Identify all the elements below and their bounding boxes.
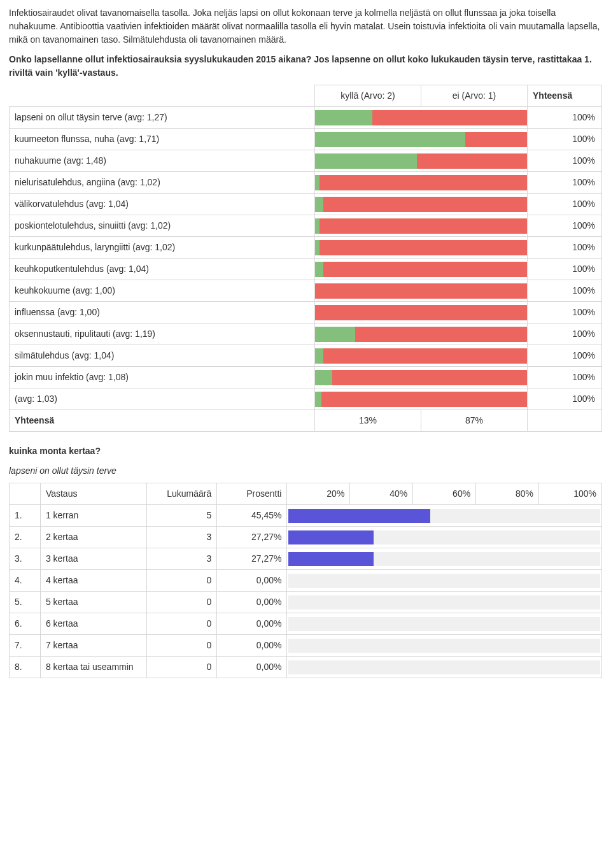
freq-count: 3 [146, 548, 216, 570]
freq-bar-cell [287, 527, 602, 548]
freq-idx: 5. [10, 592, 41, 613]
freq-answer: 3 kertaa [40, 548, 146, 570]
col-header-no: ei (Arvo: 1) [421, 85, 528, 107]
row-total: 100% [528, 324, 602, 345]
row-bar [315, 324, 528, 345]
row-label: jokin muu infektio (avg: 1,08) [10, 367, 315, 388]
row-label: kuumeeton flunssa, nuha (avg: 1,71) [10, 129, 315, 150]
freq-col-count: Lukumäärä [146, 483, 216, 505]
row-total: 100% [528, 302, 602, 324]
freq-answer: 5 kertaa [40, 592, 146, 613]
infection-table: kyllä (Arvo: 2) ei (Arvo: 1) Yhteensä la… [9, 85, 602, 432]
freq-bar-cell [287, 592, 602, 613]
row-total: 100% [528, 129, 602, 150]
row-label: keuhkokuume (avg: 1,00) [10, 280, 315, 302]
freq-tick-100: 100% [539, 483, 602, 505]
freq-bar-cell [287, 657, 602, 678]
freq-count: 0 [146, 592, 216, 613]
col-header-yes: kyllä (Arvo: 2) [315, 85, 421, 107]
frequency-table: Vastaus Lukumäärä Prosentti 20% 40% 60% … [9, 483, 602, 678]
intro-text: Infektiosairaudet olivat tavanomaisella … [9, 6, 602, 46]
table-row: jokin muu infektio (avg: 1,08)100% [10, 367, 602, 388]
table-row: kurkunpäätulehdus, laryngiitti (avg: 1,0… [10, 237, 602, 259]
row-label: nuhakuume (avg: 1,48) [10, 150, 315, 172]
freq-row: 4.4 kertaa00,00% [10, 570, 602, 592]
row-label: (avg: 1,03) [10, 388, 315, 410]
row-label: lapseni on ollut täysin terve (avg: 1,27… [10, 107, 315, 129]
sub-question-italic: lapseni on ollut täysin terve [9, 464, 602, 478]
row-bar [315, 107, 528, 129]
freq-count: 0 [146, 613, 216, 635]
row-total: 100% [528, 237, 602, 259]
totals-label: Yhteensä [10, 410, 315, 432]
freq-idx: 1. [10, 505, 41, 527]
freq-idx: 3. [10, 548, 41, 570]
freq-bar-cell [287, 635, 602, 657]
row-bar [315, 259, 528, 280]
table-row: (avg: 1,03)100% [10, 388, 602, 410]
table-row: välikorvatulehdus (avg: 1,04)100% [10, 194, 602, 215]
row-bar [315, 280, 528, 302]
freq-col-pct: Prosentti [217, 483, 287, 505]
row-bar [315, 302, 528, 324]
freq-row: 5.5 kertaa00,00% [10, 592, 602, 613]
freq-pct: 27,27% [217, 527, 287, 548]
freq-count: 0 [146, 635, 216, 657]
row-label: poskiontelotulehdus, sinuiitti (avg: 1,0… [10, 215, 315, 237]
freq-idx: 2. [10, 527, 41, 548]
freq-count: 0 [146, 570, 216, 592]
table-row: keuhkokuume (avg: 1,00)100% [10, 280, 602, 302]
freq-row: 3.3 kertaa327,27% [10, 548, 602, 570]
freq-tick-80: 80% [476, 483, 539, 505]
row-bar [315, 388, 528, 410]
sub-question: kuinka monta kertaa? [9, 445, 602, 458]
totals-yes: 13% [315, 410, 421, 432]
freq-answer: 1 kerran [40, 505, 146, 527]
totals-no: 87% [421, 410, 528, 432]
row-bar [315, 367, 528, 388]
row-total: 100% [528, 194, 602, 215]
table-row: lapseni on ollut täysin terve (avg: 1,27… [10, 107, 602, 129]
freq-row: 2.2 kertaa327,27% [10, 527, 602, 548]
row-total: 100% [528, 280, 602, 302]
row-bar [315, 345, 528, 367]
freq-pct: 0,00% [217, 613, 287, 635]
table-row: keuhkoputkentulehdus (avg: 1,04)100% [10, 259, 602, 280]
freq-count: 3 [146, 527, 216, 548]
freq-pct: 0,00% [217, 592, 287, 613]
freq-idx: 7. [10, 635, 41, 657]
row-label: keuhkoputkentulehdus (avg: 1,04) [10, 259, 315, 280]
row-label: influenssa (avg: 1,00) [10, 302, 315, 324]
row-bar [315, 129, 528, 150]
freq-answer: 7 kertaa [40, 635, 146, 657]
row-total: 100% [528, 259, 602, 280]
freq-row: 6.6 kertaa00,00% [10, 613, 602, 635]
freq-bar-cell [287, 505, 602, 527]
row-total: 100% [528, 172, 602, 194]
row-total: 100% [528, 150, 602, 172]
row-label: kurkunpäätulehdus, laryngiitti (avg: 1,0… [10, 237, 315, 259]
freq-tick-20: 20% [287, 483, 350, 505]
freq-row: 1.1 kerran545,45% [10, 505, 602, 527]
freq-bar-cell [287, 548, 602, 570]
freq-bar-cell [287, 570, 602, 592]
row-label: välikorvatulehdus (avg: 1,04) [10, 194, 315, 215]
table-header-row: kyllä (Arvo: 2) ei (Arvo: 1) Yhteensä [10, 85, 602, 107]
freq-tick-40: 40% [350, 483, 413, 505]
row-total: 100% [528, 367, 602, 388]
table-row: kuumeeton flunssa, nuha (avg: 1,71)100% [10, 129, 602, 150]
freq-idx: 6. [10, 613, 41, 635]
freq-count: 0 [146, 657, 216, 678]
row-bar [315, 172, 528, 194]
freq-bar-cell [287, 613, 602, 635]
row-label: oksennustauti, ripulitauti (avg: 1,19) [10, 324, 315, 345]
row-bar [315, 215, 528, 237]
freq-row: 8.8 kertaa tai useammin00,00% [10, 657, 602, 678]
table-row: influenssa (avg: 1,00)100% [10, 302, 602, 324]
freq-header-row: Vastaus Lukumäärä Prosentti 20% 40% 60% … [10, 483, 602, 505]
freq-row: 7.7 kertaa00,00% [10, 635, 602, 657]
freq-pct: 27,27% [217, 548, 287, 570]
freq-pct: 0,00% [217, 657, 287, 678]
col-header-total: Yhteensä [528, 85, 602, 107]
row-bar [315, 194, 528, 215]
